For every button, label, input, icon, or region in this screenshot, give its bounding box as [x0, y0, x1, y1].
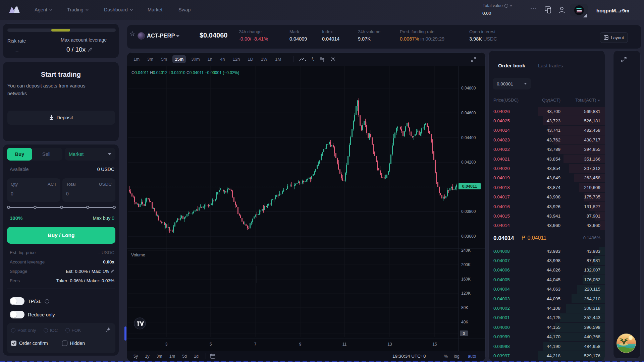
- svg-text:0.04200: 0.04200: [461, 160, 476, 165]
- svg-text:120K: 120K: [461, 291, 471, 296]
- svg-text:5: 5: [210, 342, 212, 347]
- svg-text:0.04011: 0.04011: [462, 184, 477, 189]
- svg-text:11: 11: [342, 342, 347, 347]
- svg-text:160K: 160K: [461, 277, 471, 282]
- svg-text:i: i: [47, 300, 47, 303]
- svg-text:40K: 40K: [461, 320, 468, 324]
- svg-text:0.04600: 0.04600: [461, 111, 476, 115]
- svg-text:9: 9: [299, 342, 302, 347]
- svg-text:13: 13: [387, 342, 392, 347]
- svg-text:0.04400: 0.04400: [461, 135, 476, 140]
- svg-text:7: 7: [254, 342, 257, 347]
- svg-text:0.03800: 0.03800: [461, 209, 476, 214]
- svg-text:0: 0: [463, 331, 465, 336]
- svg-text:15: 15: [432, 342, 437, 347]
- svg-text:240K: 240K: [461, 248, 471, 253]
- svg-text:0.03600: 0.03600: [461, 234, 476, 239]
- svg-text:200K: 200K: [461, 262, 471, 267]
- svg-text:3: 3: [165, 342, 168, 347]
- svg-text:0.04800: 0.04800: [461, 86, 476, 90]
- svg-text:80K: 80K: [461, 305, 468, 310]
